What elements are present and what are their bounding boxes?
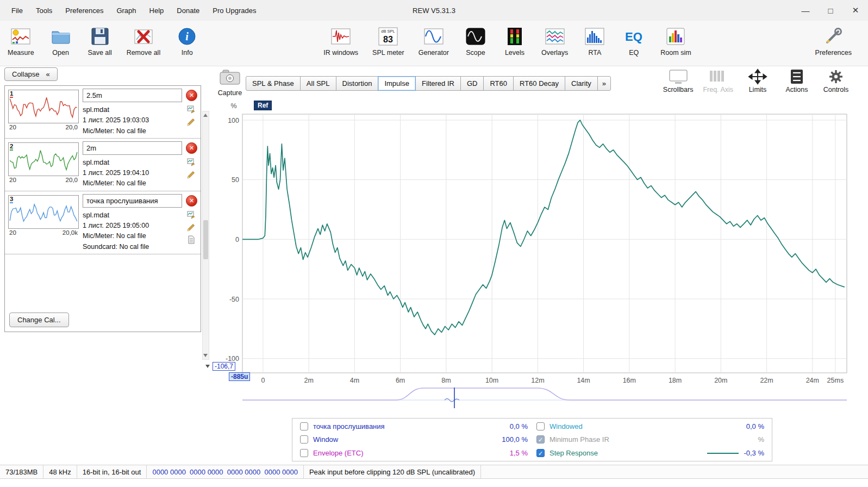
toolbar-label: RTA xyxy=(588,49,601,57)
open-icon xyxy=(49,24,72,48)
svg-text:EQ: EQ xyxy=(625,30,642,43)
preferences-button[interactable]: Preferences xyxy=(815,24,852,57)
open-button[interactable]: Open xyxy=(48,24,73,57)
measurement-thumbnail[interactable]: 1 xyxy=(8,90,79,123)
svg-text:i: i xyxy=(185,30,189,42)
measurement-name-input[interactable] xyxy=(83,89,182,102)
limits-button[interactable]: Limits xyxy=(743,68,772,93)
window-controls: —□✕ xyxy=(793,0,868,21)
trace-settings-icon[interactable] xyxy=(187,105,196,114)
impulse-plot[interactable]: 100500-50-10002m4m6m8m10m12m14m16m18m20m… xyxy=(216,101,849,414)
generator-button[interactable]: Generator xyxy=(419,24,449,57)
delete-measurement-button[interactable]: ✕ xyxy=(186,142,197,154)
legend-checkbox-left-2[interactable] xyxy=(300,449,308,457)
y-axis-scrollbar[interactable] xyxy=(202,111,209,360)
rta-button[interactable]: RTA xyxy=(582,24,607,57)
delete-measurement-button[interactable]: ✕ xyxy=(186,90,197,101)
legend-checkbox-right-1[interactable]: ✓ xyxy=(536,435,545,444)
tab-rt60[interactable]: RT60 xyxy=(483,76,514,91)
menu-file[interactable]: File xyxy=(5,4,29,17)
measurement-thumbnail[interactable]: 2 xyxy=(8,142,79,176)
menu-graph[interactable]: Graph xyxy=(110,4,142,17)
legend-checkbox-left-1[interactable] xyxy=(300,435,308,444)
tab-spl-phase[interactable]: SPL & Phase xyxy=(246,76,301,91)
measurement-thumbnail[interactable]: 3 xyxy=(8,195,79,229)
scope-button[interactable]: Scope xyxy=(463,24,488,57)
pencil-icon[interactable] xyxy=(187,170,196,179)
thumb-xmax: 20,0k xyxy=(63,229,78,236)
close-button[interactable]: ✕ xyxy=(843,0,868,21)
thumb-axis-labels: 2020,0k xyxy=(8,229,79,236)
legend-row-left-0: точка прослушивания0,0 % xyxy=(300,422,528,430)
eq-button[interactable]: EQEQ xyxy=(621,24,646,57)
svg-text:10m: 10m xyxy=(485,377,498,384)
trace-settings-icon[interactable] xyxy=(187,210,196,219)
capture-button[interactable]: Capture xyxy=(216,68,244,97)
scrollbars-button[interactable]: Scrollbars xyxy=(663,68,694,93)
legend-value: 0,0 % xyxy=(510,422,528,430)
toolbar-group-center: IR windowsdB SPL83SPL meterGeneratorScop… xyxy=(323,24,691,57)
document-icon[interactable] xyxy=(187,235,196,244)
levels-button[interactable]: Levels xyxy=(502,24,527,57)
tab-impulse[interactable]: Impulse xyxy=(378,76,416,91)
scrollbar-thumb[interactable] xyxy=(203,220,208,259)
more-tabs-button[interactable]: » xyxy=(597,76,611,91)
tab-all-spl[interactable]: All SPL xyxy=(300,76,336,91)
save-all-button[interactable]: Save all xyxy=(88,24,113,57)
svg-text:0: 0 xyxy=(235,236,239,244)
legend-value: 1,5 % xyxy=(510,449,528,457)
remove-all-button[interactable]: Remove all xyxy=(127,24,161,57)
toolbar-label: Measure xyxy=(8,49,34,57)
pencil-icon[interactable] xyxy=(187,223,196,232)
collapse-label: Collapse xyxy=(12,70,40,78)
step-response-chart[interactable]: 100500-50-10002m4m6m8m10m12m14m16m18m20m… xyxy=(216,101,849,414)
tab-filtered-ir[interactable]: Filtered IR xyxy=(415,76,461,91)
tab-gd[interactable]: GD xyxy=(460,76,484,91)
memory-usage: 73/183MB xyxy=(0,465,43,478)
pencil-icon[interactable] xyxy=(187,117,196,126)
actions-button[interactable]: Actions xyxy=(782,68,811,93)
measurement-info: ✕spl.mdat1 лист. 2025 19:05:00Mic/Meter:… xyxy=(83,194,197,252)
tab-distortion[interactable]: Distortion xyxy=(336,76,379,91)
trace-legend: точка прослушивания0,0 %Window100,0 %Env… xyxy=(292,418,772,461)
legend-column-right: Windowed0,0 %✓Minimum Phase IR%✓Step Res… xyxy=(532,420,769,460)
ir-windows-button[interactable]: IR windows xyxy=(323,24,358,57)
info-button[interactable]: iInfo xyxy=(174,24,199,57)
measurement-icons xyxy=(185,210,197,252)
menu-help[interactable]: Help xyxy=(143,4,170,17)
freq-axis-button[interactable]: Freq. Axis xyxy=(703,68,733,93)
tab-clarity[interactable]: Clarity xyxy=(565,76,598,91)
scroll-down-icon[interactable] xyxy=(203,354,208,357)
spl-meter-button[interactable]: dB SPL83SPL meter xyxy=(372,24,404,57)
overlays-button[interactable]: Overlays xyxy=(541,24,568,57)
measurement-cal: Mic/Meter: No cal file xyxy=(83,126,185,136)
measure-button[interactable]: Measure xyxy=(8,24,34,57)
measurement-name-input[interactable] xyxy=(83,194,182,208)
controls-button[interactable]: Controls xyxy=(821,68,851,93)
tool-label: Limits xyxy=(749,86,767,93)
tab-rt60-decay[interactable]: RT60 Decay xyxy=(513,76,565,91)
trace-settings-icon[interactable] xyxy=(187,158,196,166)
menu-preferences[interactable]: Preferences xyxy=(59,4,109,17)
change-cal-button[interactable]: Change Cal... xyxy=(9,313,69,327)
collapse-button[interactable]: Collapse « xyxy=(4,67,58,81)
delete-measurement-button[interactable]: ✕ xyxy=(186,195,197,207)
legend-checkbox-left-0[interactable] xyxy=(300,422,308,430)
measurement-details: spl.mdat1 лист. 2025 19:03:03Mic/Meter: … xyxy=(83,104,197,136)
menu-pro-upgrades[interactable]: Pro Upgrades xyxy=(207,4,262,17)
thumb-xmin: 20 xyxy=(9,229,16,236)
maximize-button[interactable]: □ xyxy=(818,0,843,21)
menu-tools[interactable]: Tools xyxy=(30,4,58,17)
svg-text:100: 100 xyxy=(228,117,239,124)
minimize-button[interactable]: — xyxy=(793,0,818,21)
measurement-name-input[interactable] xyxy=(83,141,182,155)
legend-value: 0,0 % xyxy=(746,422,764,430)
legend-checkbox-right-0[interactable] xyxy=(536,422,545,430)
legend-row-left-2: Envelope (ETC)1,5 % xyxy=(300,449,528,457)
menu-donate[interactable]: Donate xyxy=(171,4,205,17)
svg-text:22m: 22m xyxy=(760,377,773,384)
scroll-up-icon[interactable] xyxy=(203,114,208,117)
svg-text:50: 50 xyxy=(232,176,239,184)
room-sim-button[interactable]: Room sim xyxy=(660,24,691,57)
legend-checkbox-right-2[interactable]: ✓ xyxy=(536,449,545,457)
